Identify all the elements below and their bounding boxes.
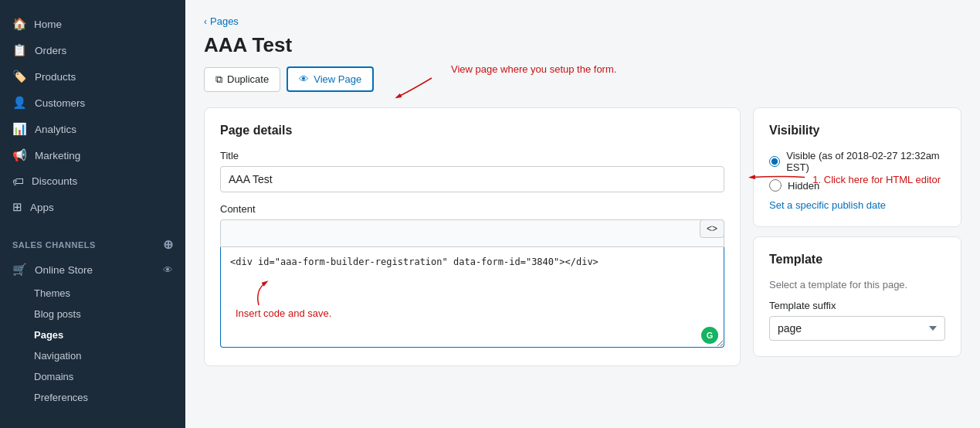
template-card: Template Select a template for this page… bbox=[753, 236, 961, 357]
side-panel: Visibility Visible (as of 2018-02-27 12:… bbox=[753, 107, 961, 366]
title-field-label: Title bbox=[220, 150, 724, 161]
page-details-card: Page details Title 1. Click here for HTM… bbox=[204, 107, 741, 366]
apps-icon: ⊞ bbox=[12, 200, 22, 214]
template-description: Select a template for this page. bbox=[769, 279, 945, 290]
products-icon: 🏷️ bbox=[12, 70, 27, 83]
visible-radio[interactable] bbox=[769, 155, 780, 168]
chevron-left-icon: ‹ bbox=[204, 16, 207, 27]
annotation-html-editor: 1. Click here for HTML editor bbox=[812, 174, 941, 185]
sidebar-item-analytics[interactable]: 📊 Analytics bbox=[0, 116, 185, 142]
sidebar-item-customers[interactable]: 👤 Customers bbox=[0, 90, 185, 116]
online-store-icon: 🛒 bbox=[12, 263, 27, 277]
grammarly-icon: G bbox=[701, 327, 718, 344]
sidebar-sub-item-pages[interactable]: Pages bbox=[0, 324, 185, 345]
breadcrumb[interactable]: ‹ Pages bbox=[204, 15, 961, 27]
annotation-arrow-1 bbox=[389, 74, 436, 105]
annotation-arrow-2 bbox=[747, 168, 809, 191]
discounts-icon: 🏷 bbox=[12, 175, 24, 188]
sidebar-item-products[interactable]: 🏷️ Products bbox=[0, 63, 185, 90]
sidebar-sub-item-domains[interactable]: Domains bbox=[0, 366, 185, 387]
add-sales-channel-icon[interactable]: ⊕ bbox=[163, 237, 174, 252]
content-field-label: Content bbox=[220, 203, 724, 215]
content-textarea[interactable]: <div id="aaa-form-builder-registration" … bbox=[220, 247, 724, 348]
orders-icon: 📋 bbox=[12, 43, 27, 57]
sidebar-item-orders[interactable]: 📋 Orders bbox=[0, 37, 185, 63]
sidebar-item-marketing[interactable]: 📢 Marketing bbox=[0, 142, 185, 168]
duplicate-icon: ⧉ bbox=[215, 73, 222, 86]
template-suffix-label: Template suffix bbox=[769, 300, 945, 311]
sidebar-item-home[interactable]: 🏠 Home bbox=[0, 11, 185, 37]
sidebar-sub-item-navigation[interactable]: Navigation bbox=[0, 345, 185, 366]
view-page-button[interactable]: 👁 View Page bbox=[287, 66, 374, 92]
sidebar-item-discounts[interactable]: 🏷 Discounts bbox=[0, 168, 185, 194]
sales-channels-header: SALES CHANNELS ⊕ bbox=[0, 225, 185, 256]
content-area-wrapper: <> <div id="aaa-form-builder-registratio… bbox=[220, 219, 724, 350]
sidebar-item-apps[interactable]: ⊞ Apps bbox=[0, 194, 185, 220]
analytics-icon: 📊 bbox=[12, 122, 27, 136]
visibility-title: Visibility bbox=[769, 124, 945, 138]
sidebar-sub-item-themes[interactable]: Themes bbox=[0, 283, 185, 304]
marketing-icon: 📢 bbox=[12, 148, 27, 162]
annotation-view-page: View page where you setup the form. bbox=[451, 63, 616, 75]
sidebar-sub-item-preferences[interactable]: Preferences bbox=[0, 387, 185, 408]
eye-view-icon: 👁 bbox=[299, 73, 309, 85]
sidebar: 🏠 Home 📋 Orders 🏷️ Products 👤 Customers … bbox=[0, 0, 185, 428]
title-input[interactable] bbox=[220, 166, 724, 192]
annotation-arrow-3 bbox=[243, 278, 290, 309]
duplicate-button[interactable]: ⧉ Duplicate bbox=[204, 67, 280, 92]
main-content: ‹ Pages AAA Test ⧉ Duplicate 👁 View Page… bbox=[185, 0, 980, 428]
sidebar-item-online-store[interactable]: 🛒 Online Store 👁 bbox=[0, 256, 185, 283]
template-title: Template bbox=[769, 253, 945, 267]
eye-icon[interactable]: 👁 bbox=[163, 264, 173, 276]
html-editor-button[interactable]: <> bbox=[700, 219, 724, 238]
customers-icon: 👤 bbox=[12, 96, 27, 110]
home-icon: 🏠 bbox=[12, 17, 26, 31]
page-details-title: Page details bbox=[220, 124, 724, 138]
set-publish-date-link[interactable]: Set a specific publish date bbox=[769, 199, 945, 211]
annotation-insert-code: Insert code and save. bbox=[236, 301, 331, 319]
page-title: AAA Test bbox=[204, 33, 961, 57]
sidebar-sub-item-blog-posts[interactable]: Blog posts bbox=[0, 304, 185, 324]
template-suffix-select[interactable]: page contact faq custom bbox=[769, 316, 945, 341]
content-toolbar: <> bbox=[220, 219, 724, 247]
